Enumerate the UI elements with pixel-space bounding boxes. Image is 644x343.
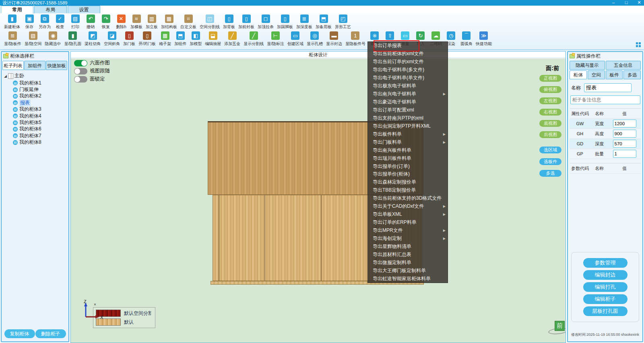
right-tab-top[interactable]: 隐藏与显示 <box>570 61 605 70</box>
export-menu-item[interactable]: 导出关于CAD的Dxf文件▶ <box>368 202 448 211</box>
view-button[interactable]: 右视图 <box>539 109 561 116</box>
export-menu-item[interactable]: 导出当前订单的xml文件 <box>368 58 448 66</box>
export-menu-item[interactable]: 导出南兴板件料单 <box>368 146 448 154</box>
toolbar-hide-selected[interactable]: ◉隐藏选中 <box>43 31 63 47</box>
toggle-switch[interactable] <box>74 76 87 83</box>
select-button[interactable]: 多选 <box>539 170 561 177</box>
tree-item[interactable]: ▤我的柜体6 <box>13 126 68 132</box>
toolbar-add-topbar[interactable]: ◻加顶拉条 <box>256 14 275 30</box>
toolbar-print[interactable]: ▤打印 <box>68 14 83 30</box>
ribbon-tab[interactable]: 布局 <box>34 6 67 13</box>
toolbar-quick-func[interactable]: ≫快捷功能 <box>474 31 493 47</box>
attr-value-input[interactable] <box>613 120 636 128</box>
export-menu-item[interactable]: 导出MPR文件▶ <box>368 227 448 235</box>
grid-layout-icon[interactable] <box>636 42 641 47</box>
export-menu-item[interactable]: 导出当前柜体支持的3D格式文件 <box>368 194 448 202</box>
toolbar-space-divider[interactable]: ◫空间分割线 <box>198 14 221 30</box>
toolbar-add-backboard[interactable]: ▯加背板 <box>221 14 237 30</box>
left-action-button[interactable]: 复制柜体 <box>4 329 35 338</box>
toolbar-show-hide-space[interactable]: ▧显/隐空间 <box>23 31 43 47</box>
export-menu-item[interactable]: 导出单板XML▶ <box>368 211 448 219</box>
toolbar-beam-cut[interactable]: ◩梁柱切角 <box>83 31 102 47</box>
export-menu-item[interactable]: 导出原材料汇总表 <box>368 250 448 258</box>
left-tab[interactable]: 柜子列表 <box>2 61 24 70</box>
export-menu-item[interactable]: 导出电子锯料单(多文件) <box>368 66 448 74</box>
right-tab-main[interactable]: 空间 <box>588 70 605 79</box>
export-menu-item[interactable]: 导出虫洞定制PTP开料XML <box>368 122 448 130</box>
tree-item[interactable]: ▤我的柜体1 <box>13 80 68 86</box>
toolbar-delete[interactable]: ✕删除h <box>114 14 129 30</box>
tree-item[interactable]: ▤报表 <box>13 99 68 106</box>
tree-item[interactable]: ▤我的柜体2 <box>13 93 68 99</box>
canvas-body[interactable]: 六面作图视图跟随面锁定 面:前 正视图俯视图左视图右视图底视图后视图 选区域选板… <box>71 58 566 343</box>
tree-item[interactable]: ▤我的柜体4 <box>13 113 68 119</box>
export-menu-item[interactable]: 导出TBB定制报价单 <box>368 186 448 194</box>
export-menu-item[interactable]: 导出虹途智能家居柜体料单 <box>368 275 448 283</box>
right-action-button[interactable]: 编辑打孔 <box>583 282 627 292</box>
toolbar-save[interactable]: ▣保存 <box>22 14 37 30</box>
toolbar-special-craft[interactable]: ◰异形工艺 <box>333 14 353 30</box>
toolbar-add-kickboard[interactable]: ▯加踢脚板 <box>275 14 295 30</box>
export-menu-item[interactable]: 导出板件料单▶ <box>368 130 448 138</box>
export-menu-item[interactable]: 导出门板料单▶ <box>368 138 448 146</box>
toolbar-add-structboard[interactable]: ▦加结构板 <box>159 14 179 30</box>
left-tab[interactable]: 快捷加板 <box>46 61 67 70</box>
attr-value-input[interactable] <box>613 140 636 148</box>
toolbar-show-edgeband[interactable]: ▬显示封边 <box>324 31 344 47</box>
right-tab-main[interactable]: 柜体 <box>570 70 587 79</box>
toggle-switch[interactable] <box>74 60 87 66</box>
export-menu-item[interactable]: 导出海创定制▶ <box>368 235 448 243</box>
select-button[interactable]: 选板件 <box>539 158 561 165</box>
toolbar-open-close-door[interactable]: ▯开/闭门板 <box>137 31 157 47</box>
right-tab-top[interactable]: 五金信息 <box>606 61 641 70</box>
right-tab-main[interactable]: 板件 <box>606 70 623 79</box>
toolbar-show-hole-slot[interactable]: ◎显示孔槽 <box>305 31 324 47</box>
toolbar-add-model[interactable]: ◧加模型 <box>188 31 203 47</box>
export-menu-item[interactable]: 导出电子锯料单(单文件) <box>368 74 448 82</box>
toolbar-add-frontboard[interactable]: ▯加前封板 <box>237 14 256 30</box>
export-menu-item[interactable]: 导出豪迈电子锯料单 <box>368 98 448 106</box>
toolbar-arc-corner[interactable]: ⌒圆弧角 <box>459 31 474 47</box>
toolbar-new-cabinet[interactable]: ▮新建柜体 <box>2 14 22 30</box>
export-menu-item[interactable]: 导出南兴电子锯料单▶ <box>368 90 448 98</box>
export-menu-item[interactable]: 导出大王椰门板定制料单 <box>368 267 448 275</box>
tree-expander-icon[interactable]: ◢ <box>4 74 7 78</box>
toolbar-add-hardware[interactable]: ╱添加五金 <box>223 31 242 47</box>
export-menu-item[interactable]: 导出报单价(柜体) <box>368 170 448 178</box>
view-button[interactable]: 底视图 <box>539 120 561 127</box>
export-menu-item[interactable]: 导出星辉物料清单 <box>368 242 448 250</box>
maximize-button[interactable]: □ <box>623 0 630 6</box>
tree-item[interactable]: ▤我的柜体7 <box>13 132 68 139</box>
export-menu-item[interactable]: 导出极东电子锯料单 <box>368 82 448 90</box>
export-menu-item[interactable]: 导出瑞川板件料单 <box>368 154 448 162</box>
cabinet-note-input[interactable] <box>570 95 640 104</box>
toolbar-create-region[interactable]: ▭创建区域 <box>286 31 305 47</box>
right-tab-main[interactable]: 多选 <box>623 70 641 79</box>
toolbar-show-part-no[interactable]: 1显隐板件号 <box>344 31 367 47</box>
tree-item[interactable]: ▤门板延伸 <box>13 86 68 93</box>
toolbar-add-hboard[interactable]: ≡加横板 <box>129 14 144 30</box>
toolbar-add-depthboard[interactable]: ≣加深度板 <box>295 14 314 30</box>
toolbar-undo[interactable]: ↶撤销 <box>83 14 98 30</box>
cabinet-name-input[interactable] <box>584 83 632 92</box>
toolbar-grid-rack[interactable]: ▦格子架 <box>157 31 173 47</box>
tree-item[interactable]: ▤我的柜体3 <box>13 106 68 113</box>
toolbar-space-bevel[interactable]: ◪空间斜角 <box>102 31 122 47</box>
attr-value-input[interactable] <box>613 150 636 158</box>
view-button[interactable]: 俯视图 <box>539 86 561 93</box>
minimize-button[interactable]: – <box>610 0 617 6</box>
right-action-button[interactable]: 编辑柜子 <box>583 294 627 304</box>
toolbar-add-vboard[interactable]: ▥加立板 <box>144 14 159 30</box>
toolbar-show-hide-parts[interactable]: ≣显/隐板件 <box>2 31 23 47</box>
ribbon-tab[interactable]: 常用 <box>1 6 33 13</box>
export-menu-item[interactable]: 导出报单价(订单) <box>368 162 448 170</box>
toolbar-redo[interactable]: ↷恢复 <box>98 14 114 30</box>
view-button[interactable]: 正视图 <box>539 75 561 82</box>
left-tab[interactable]: 加组件 <box>24 61 45 70</box>
export-menu-item[interactable]: 导出订单可配置xml <box>368 106 448 114</box>
toolbar-save-as[interactable]: ⧉另存为 <box>37 14 52 30</box>
toolbar-edit-drawer[interactable]: ⬓编辑抽屉 <box>203 31 223 47</box>
left-action-button[interactable]: 删除柜子 <box>35 329 66 338</box>
toolbar-show-divider[interactable]: ╱显示分割线 <box>242 31 265 47</box>
ribbon-tab[interactable]: 设置 <box>68 6 100 13</box>
